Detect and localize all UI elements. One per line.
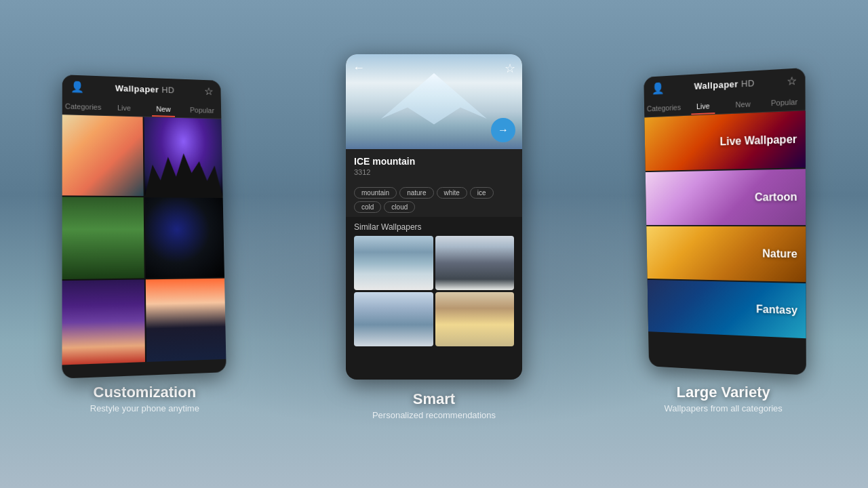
favorite-button[interactable]: ☆ xyxy=(505,61,515,76)
tab-new-right[interactable]: New xyxy=(722,95,763,113)
tab-categories-right[interactable]: Categories xyxy=(644,99,684,117)
left-panel: 👤 Wallpaper HD ☆ Categories Live New Pop… xyxy=(0,75,290,413)
center-caption-subtitle: Personalized recommendations xyxy=(372,410,496,420)
center-panel: ← ☆ → ICE mountain 3312 mountain nature … xyxy=(290,68,579,420)
cell-purple-trees xyxy=(144,117,223,197)
star-icon-right[interactable]: ☆ xyxy=(787,74,797,88)
back-button[interactable]: ← xyxy=(353,61,365,75)
category-live-wallpaper[interactable]: Live Wallpaper xyxy=(644,110,806,171)
similar-item-1[interactable] xyxy=(354,236,433,290)
tag-cloud[interactable]: cloud xyxy=(384,201,415,213)
similar-item-4[interactable] xyxy=(435,292,515,346)
app-title-right: Wallpaper HD xyxy=(694,78,754,92)
category-cartoon-label: Cartoon xyxy=(755,191,797,204)
tag-white[interactable]: white xyxy=(437,187,467,199)
category-live-label: Live Wallpaper xyxy=(719,133,797,148)
similar-section: Similar Wallpapers xyxy=(346,217,522,352)
left-caption-subtitle: Restyle your phone anytime xyxy=(90,403,199,413)
category-fantasy-label: Fantasy xyxy=(756,303,797,317)
apply-button[interactable]: → xyxy=(491,118,515,142)
tab-categories-left[interactable]: Categories xyxy=(62,98,104,115)
tag-nature[interactable]: nature xyxy=(399,187,433,199)
right-phone: 👤 Wallpaper HD ☆ Categories Live New Pop… xyxy=(644,68,806,375)
similar-item-3[interactable] xyxy=(354,292,433,346)
left-phone: 👤 Wallpaper HD ☆ Categories Live New Pop… xyxy=(62,75,226,378)
category-nature[interactable]: Nature xyxy=(646,226,806,282)
grid-item-grass[interactable] xyxy=(62,197,144,279)
detail-header: ← ☆ → xyxy=(346,54,522,149)
category-list: Live Wallpaper Cartoon Nature Fantasy xyxy=(644,110,806,338)
grid-item-purple-trees[interactable] xyxy=(144,117,223,197)
center-caption-title: Smart xyxy=(372,390,496,408)
similar-title: Similar Wallpapers xyxy=(354,222,514,232)
detail-info: ICE mountain 3312 xyxy=(346,149,522,183)
grid-item-cityscape[interactable] xyxy=(146,279,226,362)
grid-item-mountain-purple[interactable] xyxy=(62,279,146,365)
cell-cityscape xyxy=(146,279,226,362)
similar-item-2[interactable] xyxy=(435,236,515,290)
tag-ice[interactable]: ice xyxy=(470,187,494,199)
cell-mountain-purple xyxy=(62,279,146,365)
cell-galaxy xyxy=(145,197,224,278)
tab-new-left[interactable]: New xyxy=(144,100,183,117)
grid-item-geo[interactable] xyxy=(62,115,144,196)
wallpaper-name: ICE mountain xyxy=(354,156,514,167)
star-icon-left[interactable]: ☆ xyxy=(204,85,213,98)
category-fantasy[interactable]: Fantasy xyxy=(647,280,806,338)
tab-live-right[interactable]: Live xyxy=(683,97,722,115)
main-container: 👤 Wallpaper HD ☆ Categories Live New Pop… xyxy=(0,0,868,488)
left-caption-title: Customization xyxy=(90,384,199,401)
tab-popular-left[interactable]: Popular xyxy=(183,102,222,119)
category-nature-label: Nature xyxy=(762,247,797,260)
wallpaper-id: 3312 xyxy=(354,168,514,176)
category-cartoon[interactable]: Cartoon xyxy=(645,169,805,225)
tag-mountain[interactable]: mountain xyxy=(354,187,397,199)
right-panel: 👤 Wallpaper HD ☆ Categories Live New Pop… xyxy=(578,75,868,413)
wallpaper-grid xyxy=(62,115,226,365)
center-phone: ← ☆ → ICE mountain 3312 mountain nature … xyxy=(346,54,522,380)
tab-popular-right[interactable]: Popular xyxy=(763,93,805,112)
tab-live-left[interactable]: Live xyxy=(104,100,144,117)
right-caption-subtitle: Wallpapers from all categories xyxy=(664,403,782,413)
center-caption: Smart Personalized recommendations xyxy=(372,390,496,420)
tag-cold[interactable]: cold xyxy=(354,201,381,213)
tags-container: mountain nature white ice cold cloud xyxy=(346,183,522,217)
cell-geo xyxy=(62,115,144,196)
user-icon[interactable]: 👤 xyxy=(71,80,84,93)
left-caption: Customization Restyle your phone anytime xyxy=(90,384,199,413)
right-caption-title: Large Variety xyxy=(664,384,782,401)
similar-grid xyxy=(354,236,514,346)
right-caption: Large Variety Wallpapers from all catego… xyxy=(664,384,782,413)
grid-item-galaxy[interactable] xyxy=(145,197,224,278)
cell-grass xyxy=(62,197,144,279)
app-title-left: Wallpaper HD xyxy=(115,83,175,96)
user-icon-right[interactable]: 👤 xyxy=(651,81,664,95)
